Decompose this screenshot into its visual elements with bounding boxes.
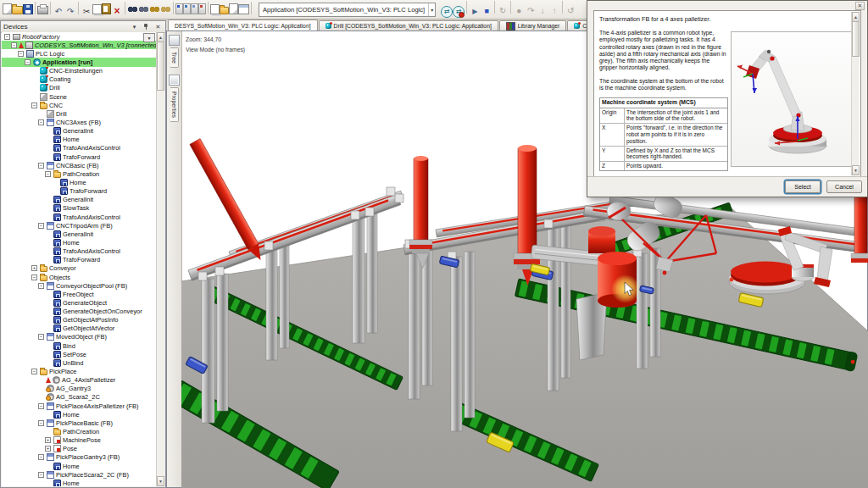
start-icon[interactable]: ▶ [469,6,481,18]
breakpoint-icon[interactable]: ● [513,5,525,17]
tree-item[interactable]: GenerateObjectOnConveyor [2,308,164,316]
tree-item[interactable]: TrafoAndAxisControl [2,144,164,152]
tree-item[interactable]: GetObjectAtPosInfo [2,316,164,324]
toolbar-separator[interactable] [125,2,125,14]
find-next-icon[interactable] [138,3,149,14]
tree-item[interactable]: SetPose [2,350,164,358]
bookmark-prev-icon[interactable] [191,3,198,14]
bookmark-next-icon[interactable] [183,3,191,14]
scroll-down-icon[interactable]: ▼ [157,476,164,486]
tree-item[interactable]: TrafoForward [2,256,164,264]
open-project-icon[interactable] [12,6,23,14]
tree-item[interactable]: + Pose [2,445,164,453]
tree-expander[interactable]: − [45,171,51,177]
tree-item[interactable]: − RobotFactory [2,32,164,41]
tree-expander[interactable]: − [38,403,44,409]
tree-expander[interactable]: − [25,59,31,65]
new-file-icon[interactable] [3,3,12,14]
toolbar-separator[interactable] [173,2,174,14]
tree-item[interactable]: Bind [2,341,164,350]
tree-item[interactable]: − PickPlaceGantry3 (FB) [2,453,164,462]
tree-item[interactable]: Coating [2,75,164,84]
tree-expander[interactable]: − [38,454,44,460]
tree-item[interactable]: − CNC [2,101,164,109]
tree-item[interactable]: − ConveyorObjectPool (FB) [2,281,164,290]
tree-item[interactable]: − MovedObject (FB) [2,333,164,341]
tree-expander[interactable]: − [38,472,44,478]
find-icon[interactable] [127,3,138,14]
new-folder-icon[interactable] [220,7,229,14]
cut-icon[interactable]: ✂ [81,6,92,18]
chevron-down-icon[interactable]: ▾ [428,3,433,16]
panel-close-icon[interactable]: ✕ [153,22,163,31]
tree-item[interactable]: − PickPlaceBasic (FB) [2,419,164,427]
active-application-combo[interactable]: Application [CODESYS_SoftMotion_Win_V3: … [259,3,436,17]
new-object-icon[interactable] [229,3,238,14]
close-icon[interactable]: ✕ [855,2,865,10]
search-all-icon[interactable] [149,3,160,14]
tree-item[interactable]: AG_4AxisPalletizer [2,376,164,385]
tree-item[interactable]: + MachinePose [2,436,164,445]
reset-icon[interactable]: ↺ [565,5,576,17]
tree-expander[interactable]: − [38,283,44,289]
tree-item[interactable]: FreeObject [2,290,164,298]
tree-item[interactable]: TrafoAndAxisControl [2,213,164,221]
toolbar-separator[interactable] [208,2,209,14]
tree-item[interactable]: − PickPlaceScara2_2C (FB) [2,470,164,479]
print-icon[interactable] [37,6,48,14]
delete-icon[interactable]: × [111,5,123,17]
tree-item[interactable]: TrafoForward [2,187,164,196]
tree-item[interactable]: PathCreation [2,427,164,435]
scroll-down-icon[interactable]: ▼ [852,165,860,175]
tree-item[interactable]: Scene [2,92,164,101]
tree-item[interactable]: − CNC3Axes (FB) [2,118,164,126]
tree-expander[interactable]: − [31,103,37,108]
step-out-icon[interactable]: ↑ [548,5,560,17]
tree-expander[interactable]: + [31,265,37,271]
scrollbar-thumb[interactable] [852,21,860,57]
tree-item[interactable]: SlowTask [2,204,164,213]
tree-item[interactable]: + Conveyor [2,264,164,273]
document-tab[interactable]: Library Manager [499,20,567,30]
tree-expander[interactable]: − [38,163,44,169]
tree-item[interactable]: Home [2,479,164,486]
tree-item[interactable]: GetObjectAtVector [2,324,164,333]
single-cycle-icon[interactable]: ↻ [497,5,509,17]
toolbar-separator[interactable] [494,1,495,14]
tree-item[interactable]: Drill [2,109,164,118]
tree-item[interactable]: TrafoForward [2,152,164,161]
toolbar-separator[interactable] [50,2,51,14]
tree-item[interactable]: GeneralInit [2,196,164,204]
tree-item[interactable]: − Objects [2,273,164,281]
toolbar-separator[interactable] [466,1,467,14]
tree-item[interactable]: − CODESYS_SoftMotion_Win_V3 [connected] … [2,41,164,49]
tree-expander[interactable]: + [45,437,51,443]
pin-icon[interactable] [142,22,151,31]
bookmark-clear-icon[interactable] [198,3,206,14]
tree-item[interactable]: Home [2,410,164,419]
tree-item[interactable]: − PickPlace4AxisPalletizer (FB) [2,402,164,410]
search-next-icon[interactable] [160,3,171,14]
side-tab[interactable]: Properties [170,87,179,122]
tree-item[interactable]: Drill [2,84,164,92]
tree-item[interactable]: AG_Gantry3 [2,385,164,393]
tree-item[interactable]: Home [2,238,164,247]
tree-item[interactable]: GeneralInit [2,127,164,136]
redo-icon[interactable]: ↷ [64,6,76,18]
tree-expander[interactable]: − [18,51,24,57]
cancel-button[interactable]: Cancel [826,180,862,193]
paste-icon[interactable] [102,3,111,14]
step-over-icon[interactable]: ↷ [525,5,537,17]
toolbar-separator[interactable] [78,2,79,14]
stop-icon[interactable]: ■ [481,6,492,18]
tree-item[interactable]: − CNCBasic (FB) [2,161,164,169]
tree-item[interactable]: Home [2,136,164,144]
tree-item[interactable]: TrafoAndAxisControl [2,247,164,256]
save-project-icon[interactable] [23,4,33,14]
undo-icon[interactable]: ↶ [53,6,64,18]
document-tab[interactable]: DESYS_SoftMotion_Win_V3: PLC Logic: Appl… [168,19,318,30]
panel-menu-icon[interactable]: ▾ [130,22,139,31]
bookmark-toggle-icon[interactable] [175,3,183,14]
tree-expander[interactable]: − [38,223,44,229]
tree-item[interactable]: GenerateObject [2,298,164,307]
